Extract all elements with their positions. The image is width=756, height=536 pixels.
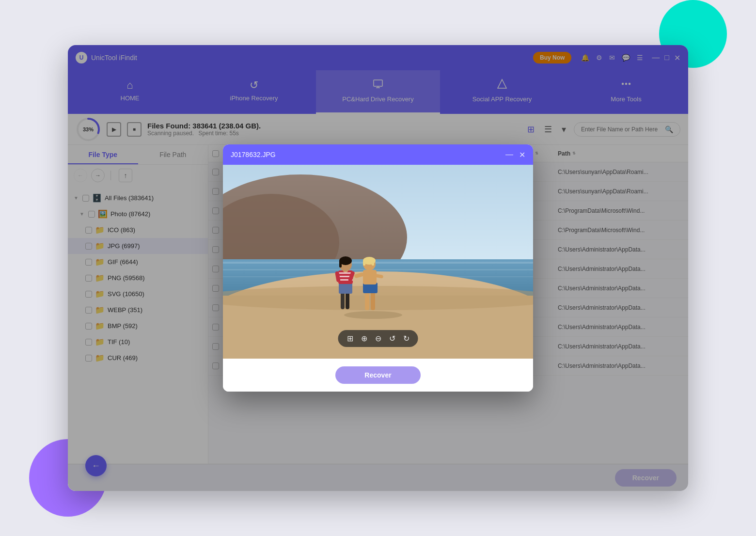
modal-footer: Recover <box>223 359 533 392</box>
modal-toolbar: ⊞ ⊕ ⊖ ↺ ↻ <box>338 330 418 347</box>
zoom-in-icon[interactable]: ⊕ <box>361 334 367 343</box>
svg-rect-32 <box>363 270 377 284</box>
svg-rect-28 <box>339 261 342 268</box>
modal-recover-button[interactable]: Recover <box>335 366 420 384</box>
modal-header: J0178632.JPG — ✕ <box>223 144 533 165</box>
modal-image: ⊞ ⊕ ⊖ ↺ ↻ <box>223 165 533 359</box>
app-window: U UnicTool iFindit Buy Now 🔔 ⚙ ✉ 💬 ☰ — □… <box>68 45 688 491</box>
svg-rect-29 <box>365 291 369 310</box>
modal-minimize-button[interactable]: — <box>505 150 513 159</box>
modal-close-button[interactable]: ✕ <box>519 150 525 159</box>
svg-rect-38 <box>363 261 365 266</box>
modal-overlay: J0178632.JPG — ✕ <box>68 45 688 491</box>
zoom-out-icon[interactable]: ⊖ <box>375 334 381 343</box>
svg-rect-39 <box>372 261 374 266</box>
svg-rect-11 <box>223 269 533 270</box>
svg-point-15 <box>223 286 533 310</box>
svg-point-40 <box>344 311 402 319</box>
expand-icon[interactable]: ⊞ <box>347 334 353 343</box>
modal-title: J0178632.JPG <box>231 151 500 158</box>
rotate-right-icon[interactable]: ↻ <box>403 334 410 343</box>
image-preview-modal: J0178632.JPG — ✕ <box>223 144 533 392</box>
rotate-left-icon[interactable]: ↺ <box>389 334 395 343</box>
svg-rect-10 <box>223 262 533 264</box>
